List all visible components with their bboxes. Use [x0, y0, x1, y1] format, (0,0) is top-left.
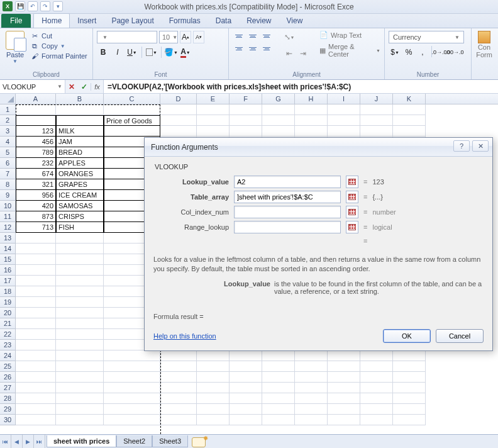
cell-C26[interactable] — [104, 372, 160, 383]
cell-A13[interactable] — [16, 233, 56, 244]
cell-B17[interactable] — [56, 276, 104, 286]
decrease-decimal-button[interactable]: .00→.0 — [448, 46, 461, 59]
redo-icon[interactable]: ↷ — [40, 1, 50, 11]
cell-I24[interactable] — [328, 350, 360, 361]
tab-home[interactable]: Home — [33, 13, 70, 28]
cell-H2[interactable] — [295, 115, 328, 126]
cell-I1[interactable] — [328, 104, 360, 115]
cell-K30[interactable] — [393, 415, 426, 425]
row-head-4[interactable]: 4 — [0, 137, 16, 147]
font-size-combo[interactable]: 10▼ — [159, 31, 178, 43]
cell-B23[interactable] — [56, 340, 104, 350]
cell-B20[interactable] — [56, 308, 104, 318]
sheet-nav-first[interactable]: ⏮ — [0, 435, 11, 448]
align-middle-button[interactable] — [246, 31, 259, 41]
cell-K29[interactable] — [393, 404, 426, 415]
help-link[interactable]: Help on this function — [153, 332, 216, 340]
align-left-button[interactable] — [233, 43, 245, 53]
cell-H1[interactable] — [295, 104, 328, 115]
cell-F28[interactable] — [230, 393, 262, 404]
col-head-A[interactable]: A — [16, 94, 56, 104]
formula-input[interactable]: =VLOOKUP(A2,'[Workbook with prices.xls]s… — [104, 80, 498, 93]
cell-F27[interactable] — [230, 383, 262, 393]
row-head-21[interactable]: 21 — [0, 318, 16, 329]
cell-D28[interactable] — [160, 393, 197, 404]
cell-H30[interactable] — [295, 415, 328, 425]
cell-I27[interactable] — [328, 383, 360, 393]
arg-input-range-lookup[interactable] — [234, 221, 341, 233]
cell-B24[interactable] — [56, 350, 104, 361]
align-right-button[interactable] — [260, 43, 273, 53]
cell-B22[interactable] — [56, 329, 104, 340]
cancel-button[interactable]: Cancel — [436, 329, 484, 343]
cell-E27[interactable] — [197, 383, 230, 393]
cell-E30[interactable] — [197, 415, 230, 425]
cell-J25[interactable] — [360, 361, 393, 372]
save-icon[interactable]: 💾 — [15, 1, 25, 11]
dialog-close-button[interactable]: ✕ — [472, 140, 489, 152]
font-color-button[interactable]: A▼ — [179, 46, 192, 59]
cell-J27[interactable] — [360, 383, 393, 393]
cell-K2[interactable] — [393, 115, 426, 126]
cell-I28[interactable] — [328, 393, 360, 404]
cell-A20[interactable] — [16, 308, 56, 318]
cell-A19[interactable] — [16, 297, 56, 308]
cell-J2[interactable] — [360, 115, 393, 126]
cell-G27[interactable] — [262, 383, 295, 393]
name-box[interactable]: VLOOKUP▼ — [0, 80, 65, 93]
row-head-10[interactable]: 10 — [0, 201, 16, 211]
cell-F3[interactable] — [230, 126, 262, 137]
cell-G29[interactable] — [262, 404, 295, 415]
cell-I25[interactable] — [328, 361, 360, 372]
cell-J26[interactable] — [360, 372, 393, 383]
tab-page-layout[interactable]: Page Layout — [104, 14, 161, 28]
row-head-13[interactable]: 13 — [0, 233, 16, 244]
cell-E3[interactable] — [197, 126, 230, 137]
collapse-button-col[interactable] — [346, 206, 358, 218]
arg-input-table-array[interactable] — [234, 191, 341, 203]
cell-A25[interactable] — [16, 361, 56, 372]
cell-G1[interactable] — [262, 104, 295, 115]
cell-K24[interactable] — [393, 350, 426, 361]
font-name-combo[interactable]: ▼ — [97, 31, 157, 43]
cell-I2[interactable] — [328, 115, 360, 126]
cell-B26[interactable] — [56, 372, 104, 383]
cell-B30[interactable] — [56, 415, 104, 425]
accounting-format-button[interactable]: $▼ — [389, 46, 401, 59]
row-head-8[interactable]: 8 — [0, 179, 16, 190]
align-bottom-button[interactable] — [260, 31, 273, 41]
cell-G30[interactable] — [262, 415, 295, 425]
wrap-text-button[interactable]: 📄Wrap Text — [319, 31, 380, 39]
cell-C24[interactable] — [104, 350, 160, 361]
arg-input-col-index[interactable] — [234, 206, 341, 218]
cell-K28[interactable] — [393, 393, 426, 404]
cell-F2[interactable] — [230, 115, 262, 126]
borders-button[interactable]: ▼ — [145, 46, 158, 59]
cell-J3[interactable] — [360, 126, 393, 137]
cell-F1[interactable] — [230, 104, 262, 115]
cancel-formula-button[interactable]: ✕ — [65, 82, 78, 91]
cell-A26[interactable] — [16, 372, 56, 383]
tab-view[interactable]: View — [279, 14, 311, 28]
row-head-9[interactable]: 9 — [0, 190, 16, 201]
row-head-5[interactable]: 5 — [0, 147, 16, 158]
cell-B16[interactable] — [56, 265, 104, 276]
cell-F25[interactable] — [230, 361, 262, 372]
cell-A23[interactable] — [16, 340, 56, 350]
row-head-29[interactable]: 29 — [0, 404, 16, 415]
shrink-font-button[interactable]: A▾ — [193, 31, 204, 43]
tab-review[interactable]: Review — [239, 14, 279, 28]
align-center-button[interactable] — [246, 43, 259, 53]
cell-E28[interactable] — [197, 393, 230, 404]
cell-B18[interactable] — [56, 286, 104, 297]
cell-A28[interactable] — [16, 393, 56, 404]
row-head-27[interactable]: 27 — [0, 383, 16, 393]
cell-A22[interactable] — [16, 329, 56, 340]
cell-C28[interactable] — [104, 393, 160, 404]
row-head-12[interactable]: 12 — [0, 222, 16, 233]
cell-F29[interactable] — [230, 404, 262, 415]
cell-H29[interactable] — [295, 404, 328, 415]
grow-font-button[interactable]: A▴ — [180, 31, 191, 43]
cell-J24[interactable] — [360, 350, 393, 361]
cell-G26[interactable] — [262, 372, 295, 383]
